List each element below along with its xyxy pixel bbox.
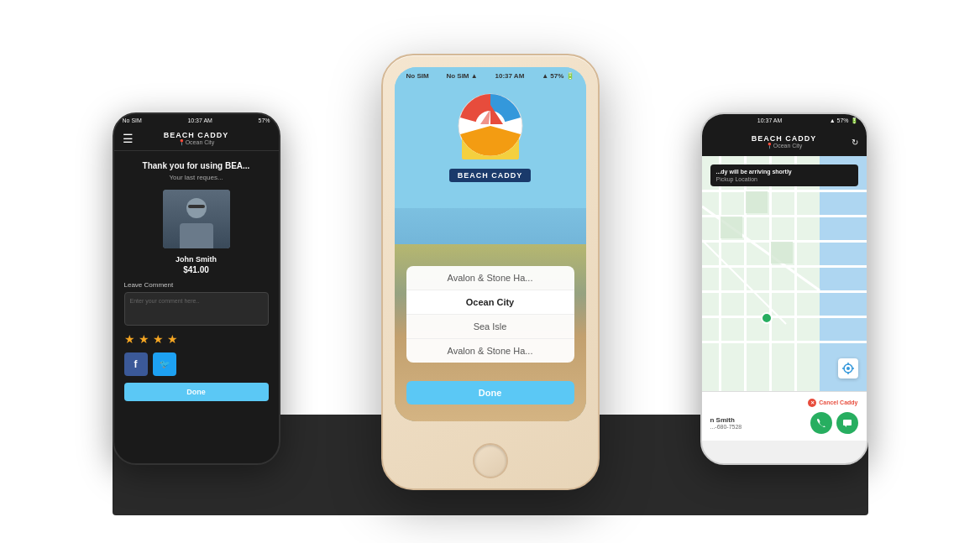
hamburger-icon[interactable]: ☰ xyxy=(123,132,134,145)
cancel-caddy-row: ✕ Cancel Caddy xyxy=(710,399,858,407)
phone-center: No SIM No SIM ▲ 10:37 AM ▲ 57% 🔋 xyxy=(381,54,600,490)
picker-item-3[interactable]: Sea Isle xyxy=(406,315,574,339)
right-battery: ▲ 57% 🔋 xyxy=(830,117,858,124)
map-pin xyxy=(761,312,773,324)
star-3[interactable]: ★ xyxy=(153,332,164,346)
scene: No SIM 10:37 AM 57% ☰ BEACH CADDY 📍Ocean… xyxy=(113,29,868,515)
profile-image xyxy=(163,190,230,248)
message-icon xyxy=(842,418,852,428)
logo-svg xyxy=(457,92,524,159)
driver-name: n Smith xyxy=(710,416,742,424)
star-1[interactable]: ★ xyxy=(124,332,135,346)
location-button[interactable] xyxy=(838,358,858,379)
right-status-bar: 10:37 AM ▲ 57% 🔋 xyxy=(702,114,867,128)
person-body xyxy=(180,223,213,248)
cancel-label[interactable]: Cancel Caddy xyxy=(819,399,857,405)
picker-container[interactable]: Avalon & Stone Ha... Ocean City Sea Isle… xyxy=(406,266,574,363)
left-time: 10:37 AM xyxy=(187,117,212,123)
right-time: 10:37 AM xyxy=(757,117,783,124)
logo-circle xyxy=(457,92,524,159)
picker-item-1[interactable]: Avalon & Stone Ha... xyxy=(406,266,574,290)
phone-center-shell: No SIM No SIM ▲ 10:37 AM ▲ 57% 🔋 xyxy=(381,54,600,490)
map-svg xyxy=(702,156,867,391)
right-header-title: BEACH CADDY 📍Ocean City xyxy=(712,134,857,149)
left-app-name: BEACH CADDY xyxy=(164,131,229,139)
person-head xyxy=(186,198,207,218)
logo-text: BEACH CADDY xyxy=(449,169,532,182)
notification-title: ...dy will be arriving shortly xyxy=(716,169,852,175)
logo-container: BEACH CADDY xyxy=(432,92,549,182)
phone-right: 10:37 AM ▲ 57% 🔋 BEACH CADDY 📍Ocean City… xyxy=(700,112,868,465)
phone-left: No SIM 10:37 AM 57% ☰ BEACH CADDY 📍Ocean… xyxy=(113,112,280,465)
right-header: BEACH CADDY 📍Ocean City ↻ xyxy=(702,128,867,156)
action-buttons xyxy=(810,412,858,434)
person-price: $41.00 xyxy=(124,265,269,274)
call-button[interactable] xyxy=(810,412,832,434)
facebook-button[interactable]: f xyxy=(124,352,148,376)
map-canvas: ...dy will be arriving shortly Pickup Lo… xyxy=(702,156,867,391)
svg-marker-27 xyxy=(845,426,846,427)
phone-icon xyxy=(816,418,826,428)
picker-item-2-selected[interactable]: Ocean City xyxy=(406,290,574,315)
left-header: ☰ BEACH CADDY 📍Ocean City xyxy=(114,127,279,151)
comment-placeholder: Enter your comment here.. xyxy=(130,298,200,304)
center-wifi: No SIM ▲ xyxy=(446,72,477,80)
svg-rect-10 xyxy=(702,341,867,343)
comment-input[interactable]: Enter your comment here.. xyxy=(124,292,269,326)
svg-rect-19 xyxy=(771,242,793,264)
left-body: Thank you for using BEA... Your last req… xyxy=(114,151,279,411)
leave-comment-label: Leave Comment xyxy=(124,281,269,289)
driver-phone: ...-680-7528 xyxy=(710,424,742,430)
svg-rect-9 xyxy=(702,316,867,318)
left-carrier: No SIM xyxy=(123,117,142,123)
person-photo xyxy=(163,190,230,248)
svg-point-21 xyxy=(846,367,850,370)
done-button-center[interactable]: Done xyxy=(406,381,574,405)
cancel-x-icon: ✕ xyxy=(808,399,816,407)
person-name: John Smith xyxy=(124,255,269,264)
star-4[interactable]: ★ xyxy=(167,332,178,346)
driver-details: n Smith ...-680-7528 xyxy=(710,416,742,430)
svg-rect-17 xyxy=(721,217,742,238)
svg-rect-11 xyxy=(719,156,721,391)
svg-rect-26 xyxy=(843,420,852,426)
svg-rect-8 xyxy=(702,290,867,293)
left-battery: 57% xyxy=(258,117,270,123)
notification-subtitle: Pickup Location xyxy=(716,176,852,182)
center-carrier: No SIM xyxy=(406,72,429,80)
twitter-button[interactable]: 🐦 xyxy=(153,352,176,376)
done-button-left[interactable]: Done xyxy=(124,383,269,401)
right-bottom: ✕ Cancel Caddy n Smith ...-680-7528 xyxy=(702,391,867,441)
social-buttons: f 🐦 xyxy=(124,352,269,376)
left-status-bar: No SIM 10:37 AM 57% xyxy=(114,114,279,127)
picker-item-4[interactable]: Avalon & Stone Ha... xyxy=(406,339,574,363)
svg-rect-18 xyxy=(746,191,768,213)
svg-rect-13 xyxy=(769,156,772,391)
center-screen: No SIM No SIM ▲ 10:37 AM ▲ 57% 🔋 xyxy=(395,67,586,421)
map-notification: ...dy will be arriving shortly Pickup Lo… xyxy=(710,164,858,186)
message-button[interactable] xyxy=(836,412,858,434)
star-rating[interactable]: ★ ★ ★ ★ xyxy=(124,332,269,346)
location-icon xyxy=(842,363,854,374)
driver-info: n Smith ...-680-7528 xyxy=(710,412,858,434)
center-battery: ▲ 57% 🔋 xyxy=(542,72,574,80)
right-location: 📍Ocean City xyxy=(712,143,857,149)
home-button[interactable] xyxy=(473,443,508,478)
center-status-bar: No SIM No SIM ▲ 10:37 AM ▲ 57% 🔋 xyxy=(395,67,586,85)
right-app-name: BEACH CADDY xyxy=(712,134,857,143)
map-area: ...dy will be arriving shortly Pickup Lo… xyxy=(702,156,867,391)
star-2[interactable]: ★ xyxy=(139,332,149,346)
thank-you-text: Thank you for using BEA... xyxy=(124,161,269,170)
refresh-icon[interactable]: ↻ xyxy=(852,137,858,146)
last-request-text: Your last reques... xyxy=(124,174,269,181)
left-header-title: BEACH CADDY 📍Ocean City xyxy=(164,131,229,146)
center-time: 10:37 AM xyxy=(495,72,524,80)
svg-rect-4 xyxy=(702,190,867,192)
left-location: 📍Ocean City xyxy=(164,139,229,146)
